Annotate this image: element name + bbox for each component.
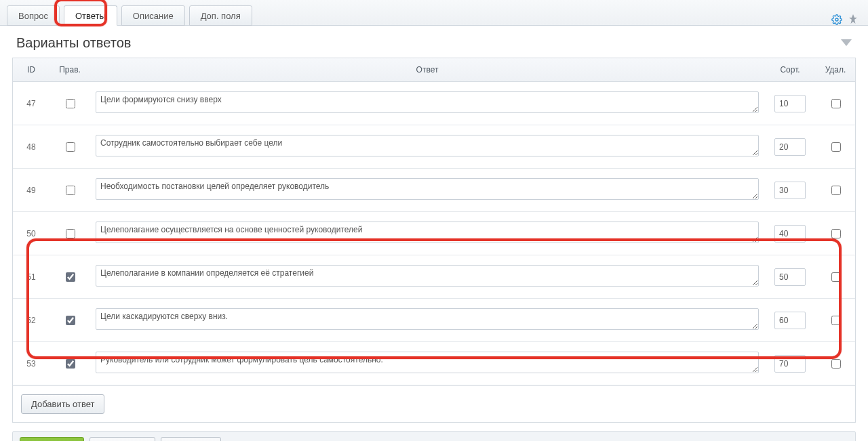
cell-answer [90, 125, 764, 169]
sort-input[interactable] [774, 268, 806, 286]
cell-answer [90, 299, 764, 342]
cell-sort [764, 299, 816, 342]
svg-point-0 [835, 18, 838, 21]
answer-input[interactable] [96, 178, 759, 200]
right-checkbox[interactable] [66, 316, 75, 325]
tab-label: Вопрос [18, 11, 48, 21]
tab-label: Ответы [75, 11, 106, 21]
cell-sort [764, 125, 816, 169]
apply-button[interactable]: Применить [90, 437, 155, 441]
right-checkbox[interactable] [66, 272, 75, 282]
cancel-button[interactable]: Отменить [161, 437, 221, 441]
delete-checkbox[interactable] [831, 316, 841, 325]
cell-id: 53 [13, 342, 50, 385]
answers-panel: ID Прав. Ответ Сорт. Удал. 4748495051525… [12, 58, 856, 423]
right-checkbox[interactable] [66, 142, 75, 152]
cell-right [50, 212, 90, 255]
add-answer-button[interactable]: Добавить ответ [21, 394, 104, 414]
col-header-id: ID [13, 58, 50, 82]
col-header-right: Прав. [50, 58, 90, 82]
action-bar: Сохранить Применить Отменить [12, 431, 856, 441]
button-label: Добавить ответ [31, 399, 94, 409]
gear-icon[interactable] [831, 14, 842, 25]
cell-id: 49 [13, 169, 50, 212]
cell-answer [90, 255, 764, 299]
answer-input[interactable] [96, 222, 759, 243]
cell-right [50, 125, 90, 169]
cell-id: 51 [13, 255, 50, 299]
save-button[interactable]: Сохранить [20, 437, 84, 441]
delete-checkbox[interactable] [831, 99, 841, 108]
answer-input[interactable] [96, 308, 759, 330]
cell-right [50, 82, 90, 125]
tab-question[interactable]: Вопрос [7, 5, 60, 26]
cell-id: 52 [13, 299, 50, 342]
pin-icon[interactable] [849, 14, 857, 25]
delete-checkbox[interactable] [831, 272, 841, 282]
cell-del [816, 299, 855, 342]
table-row: 51 [13, 255, 855, 299]
cell-answer [90, 82, 764, 125]
cell-right [50, 169, 90, 212]
cell-sort [764, 342, 816, 385]
right-checkbox[interactable] [66, 186, 75, 195]
sort-input[interactable] [774, 312, 806, 329]
table-row: 47 [13, 82, 855, 125]
table-row: 53 [13, 342, 855, 385]
cell-del [816, 82, 855, 125]
sort-input[interactable] [774, 355, 806, 373]
table-header-row: ID Прав. Ответ Сорт. Удал. [13, 58, 855, 82]
cell-answer [90, 342, 764, 385]
col-header-del: Удал. [816, 58, 855, 82]
col-header-sort: Сорт. [764, 58, 816, 82]
collapse-icon[interactable] [841, 38, 852, 48]
answer-input[interactable] [96, 265, 759, 287]
cell-answer [90, 169, 764, 212]
delete-checkbox[interactable] [831, 186, 841, 195]
sort-input[interactable] [774, 182, 806, 199]
tab-bar: Вопрос Ответы Описание Доп. поля [0, 0, 868, 26]
tab-answers[interactable]: Ответы [64, 5, 117, 26]
cell-sort [764, 255, 816, 299]
sort-input[interactable] [774, 138, 806, 156]
col-header-answer: Ответ [90, 58, 764, 82]
cell-right [50, 342, 90, 385]
cell-answer [90, 212, 764, 255]
answer-input[interactable] [96, 135, 759, 156]
cell-id: 48 [13, 125, 50, 169]
answer-input[interactable] [96, 91, 759, 113]
table-row: 49 [13, 169, 855, 212]
cell-del [816, 169, 855, 212]
delete-checkbox[interactable] [831, 142, 841, 152]
cell-del [816, 255, 855, 299]
cell-del [816, 125, 855, 169]
answers-table: ID Прав. Ответ Сорт. Удал. 4748495051525… [13, 58, 855, 385]
cell-right [50, 299, 90, 342]
tab-extra-fields[interactable]: Доп. поля [189, 5, 252, 26]
tab-label: Описание [133, 11, 174, 21]
cell-sort [764, 169, 816, 212]
delete-checkbox[interactable] [831, 359, 841, 369]
right-checkbox[interactable] [66, 99, 75, 108]
table-row: 52 [13, 299, 855, 342]
right-checkbox[interactable] [66, 229, 75, 238]
delete-checkbox[interactable] [831, 229, 841, 238]
answer-input[interactable] [96, 352, 759, 373]
sort-input[interactable] [774, 95, 806, 112]
right-checkbox[interactable] [66, 359, 75, 369]
cell-right [50, 255, 90, 299]
cell-del [816, 342, 855, 385]
cell-sort [764, 212, 816, 255]
sort-input[interactable] [774, 225, 806, 243]
cell-del [816, 212, 855, 255]
table-row: 50 [13, 212, 855, 255]
cell-id: 50 [13, 212, 50, 255]
cell-id: 47 [13, 82, 50, 125]
section-header: Варианты ответов [0, 26, 868, 58]
tab-description[interactable]: Описание [121, 5, 185, 26]
tab-label: Доп. поля [201, 11, 241, 21]
cell-sort [764, 82, 816, 125]
panel-footer: Добавить ответ [13, 385, 855, 422]
table-row: 48 [13, 125, 855, 169]
section-title: Варианты ответов [16, 35, 131, 51]
